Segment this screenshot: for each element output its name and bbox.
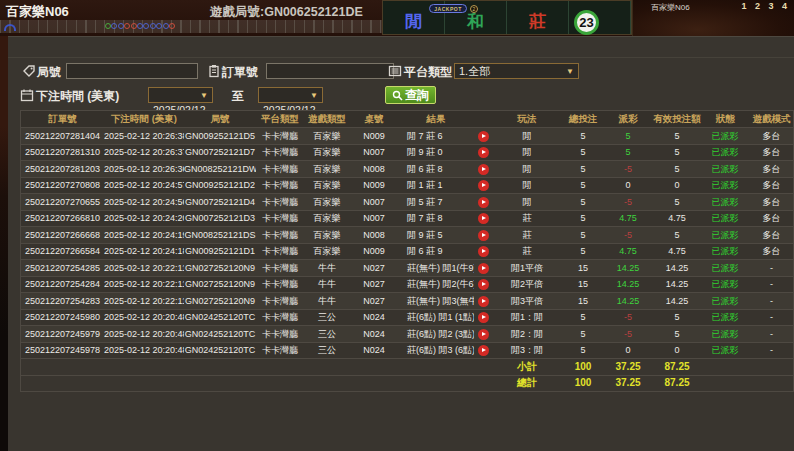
replay-icon[interactable] (478, 147, 489, 158)
cell-status: 已派彩 (702, 161, 748, 177)
cell-valid_bet: 14.25 (652, 260, 702, 276)
grand-total-row-valid_bet: 87.25 (652, 375, 702, 391)
cell-status: 已派彩 (702, 243, 748, 259)
cell-payout: -5 (604, 161, 652, 177)
cell-valid_bet: 4.75 (652, 210, 702, 226)
cell-result: 莊(無牛) 閒1(牛9) (398, 260, 474, 276)
cell-total_bet: 15 (562, 260, 604, 276)
cell-bet_time: 2025-02-12 20:22:11 (104, 293, 184, 309)
cell-table_no: N007 (350, 210, 398, 226)
cell-payout: 4.75 (604, 210, 652, 226)
replay-icon[interactable] (478, 131, 489, 142)
cell-game_type: 牛牛 (304, 276, 350, 292)
jackpot-count-badge: 2 (470, 5, 478, 13)
cell-valid_bet: 4.75 (652, 243, 702, 259)
bet-records-dialog: 局號 訂單號 平台類型 ▼ 1.全部 下注時間 (美東) ▼ (8, 36, 794, 451)
road-bead-blue (163, 23, 169, 29)
cell-round_no: GN008252121DS (184, 227, 256, 243)
platform-select[interactable]: ▼ 1.全部 (454, 63, 579, 79)
cell-game_type: 百家樂 (304, 194, 350, 210)
cell-round_no: GN007252121D3 (184, 210, 256, 226)
cell-bet_time: 2025-02-12 20:24:56 (104, 194, 184, 210)
cell-round_no: GN027252120N9 (184, 260, 256, 276)
cell-mode: 多台 (748, 243, 794, 259)
replay-icon[interactable] (478, 312, 489, 323)
road-bead-red (169, 23, 175, 29)
replay-icon[interactable] (478, 329, 489, 340)
cell-payout: 4.75 (604, 243, 652, 259)
cell-round_no: GN024252120TC (184, 309, 256, 325)
replay-icon[interactable] (478, 263, 489, 274)
cell-game_type: 牛牛 (304, 260, 350, 276)
cell-result: 閒 6 莊 9 (398, 243, 474, 259)
cell-mode: 多台 (748, 177, 794, 193)
cell-valid_bet: 5 (652, 194, 702, 210)
cell-mode: 多台 (748, 194, 794, 210)
subtotal-row-play: 小計 (492, 359, 562, 375)
roadmap-strip (0, 20, 382, 33)
cell-order_no: 250212207266810 (21, 210, 104, 226)
replay-icon[interactable] (478, 213, 489, 224)
cell-total_bet: 5 (562, 243, 604, 259)
table-row: 2502122072813102025-02-12 20:26:37GN0072… (21, 145, 793, 162)
cell-game_type: 百家樂 (304, 177, 350, 193)
round-filter-input[interactable] (66, 63, 198, 79)
replay-icon[interactable] (478, 180, 489, 191)
cell-bet_time: 2025-02-12 20:20:48 (104, 326, 184, 342)
cell-round_no: GN009252121D5 (184, 128, 256, 144)
cell-platform: 卡卡灣廳 (256, 260, 304, 276)
cell-total_bet: 5 (562, 194, 604, 210)
replay-icon[interactable] (478, 230, 489, 241)
replay-icon[interactable] (478, 197, 489, 208)
date-from-select[interactable]: ▼ 2025/02/12 (148, 87, 213, 103)
cell-total_bet: 15 (562, 293, 604, 309)
cell-valid_bet: 14.25 (652, 276, 702, 292)
magnifier-icon (392, 90, 403, 101)
cell-play: 莊 (492, 227, 562, 243)
col-header: 總投注 (562, 111, 604, 127)
cell-play: 閒3：閒 (492, 342, 562, 358)
cell-result: 莊(無牛) 閒3(無牛) (398, 293, 474, 309)
replay-icon[interactable] (478, 279, 489, 290)
cell-table_no: N024 (350, 326, 398, 342)
replay-icon[interactable] (478, 246, 489, 257)
chevron-down-icon: ▼ (310, 88, 318, 103)
cell-bet_time: 2025-02-12 20:20:48 (104, 309, 184, 325)
col-header: 狀態 (702, 111, 748, 127)
table-row: 2502122072542832025-02-12 20:22:11GN0272… (21, 293, 793, 310)
bet-panels: 閒 和 莊 JACKPOT 2 23 (382, 0, 632, 35)
replay-icon[interactable] (478, 164, 489, 175)
cell-platform: 卡卡灣廳 (256, 210, 304, 226)
order-filter-input[interactable] (266, 63, 394, 79)
road-bead-blue (111, 23, 117, 29)
cell-status: 已派彩 (702, 194, 748, 210)
replay-icon[interactable] (478, 296, 489, 307)
cell-status: 已派彩 (702, 260, 748, 276)
big-eye-road-icon (4, 24, 16, 31)
table-row: 2502122072706552025-02-12 20:24:56GN0072… (21, 194, 793, 211)
table-row: 2502122072812032025-02-12 20:26:36GN0082… (21, 161, 793, 178)
road-bead-blue (150, 23, 156, 29)
cell-status: 已派彩 (702, 276, 748, 292)
replay-icon[interactable] (478, 345, 489, 356)
live-video-thumbnail[interactable]: 百家樂N06 1 2 3 4 (632, 0, 794, 37)
cell-mode: - (748, 326, 794, 342)
clipboard-icon (207, 64, 221, 78)
cell-status: 已派彩 (702, 227, 748, 243)
bet-zone-banker[interactable]: 莊 (507, 1, 569, 34)
cell-platform: 卡卡灣廳 (256, 326, 304, 342)
cell-table_no: N009 (350, 243, 398, 259)
subtotal-row: 小計10037.2587.25 (21, 359, 793, 376)
cell-mode: 多台 (748, 210, 794, 226)
cell-mode: - (748, 276, 794, 292)
cell-platform: 卡卡灣廳 (256, 276, 304, 292)
cell-bet_time: 2025-02-12 20:20:48 (104, 342, 184, 358)
date-to-select[interactable]: ▼ 2025/02/12 (258, 87, 323, 103)
cell-status: 已派彩 (702, 210, 748, 226)
cell-total_bet: 5 (562, 342, 604, 358)
cell-order_no: 250212207254284 (21, 276, 104, 292)
table-row: 2502122072459802025-02-12 20:20:48GN0242… (21, 310, 793, 327)
table-row: 2502122072459792025-02-12 20:20:48GN0242… (21, 326, 793, 343)
bet-time-filter-label: 下注時間 (美東) (36, 88, 119, 105)
search-button[interactable]: 查詢 (385, 86, 436, 104)
